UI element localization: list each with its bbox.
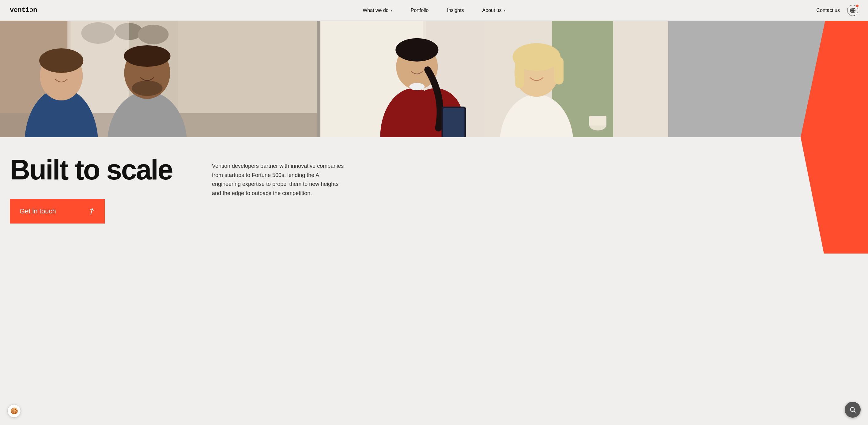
- arrow-icon: ↗: [86, 205, 97, 218]
- svg-marker-40: [801, 21, 868, 137]
- nav-links: What we do ▾ Portfolio Insights About us…: [77, 8, 791, 13]
- nav-what-we-do[interactable]: What we do ▾: [363, 8, 392, 13]
- hero-content: Built to scale Get in touch ↗ Vention de…: [0, 137, 868, 254]
- nav-about-us[interactable]: About us ▾: [483, 8, 505, 13]
- main-nav: vention What we do ▾ Portfolio Insights …: [0, 0, 868, 21]
- svg-rect-36: [554, 57, 563, 85]
- svg-point-16: [39, 48, 83, 73]
- hero-image-section: [0, 21, 868, 137]
- svg-point-29: [409, 83, 425, 90]
- svg-rect-31: [443, 108, 464, 137]
- hero-headline: Built to scale: [10, 156, 193, 184]
- nav-contact-us[interactable]: Contact us: [816, 8, 840, 13]
- svg-rect-39: [589, 116, 607, 126]
- hero-right-content: Vention developers partner with innovati…: [193, 156, 347, 198]
- svg-rect-37: [317, 21, 320, 137]
- chevron-down-icon: ▾: [503, 8, 505, 12]
- nav-portfolio[interactable]: Portfolio: [411, 8, 429, 13]
- logo[interactable]: vention: [10, 6, 77, 14]
- get-in-touch-button[interactable]: Get in touch ↗: [10, 199, 105, 224]
- svg-marker-41: [801, 137, 868, 254]
- nav-right: Contact us: [791, 5, 858, 16]
- nav-insights[interactable]: Insights: [447, 8, 464, 13]
- svg-point-20: [132, 80, 162, 96]
- chevron-down-icon: ▾: [391, 8, 392, 12]
- globe-icon[interactable]: [847, 5, 858, 16]
- hero-description: Vention developers partner with innovati…: [212, 162, 347, 198]
- svg-point-19: [124, 45, 170, 67]
- hero-left-content: Built to scale Get in touch ↗: [10, 156, 193, 224]
- svg-point-28: [395, 38, 438, 62]
- svg-rect-35: [515, 58, 524, 88]
